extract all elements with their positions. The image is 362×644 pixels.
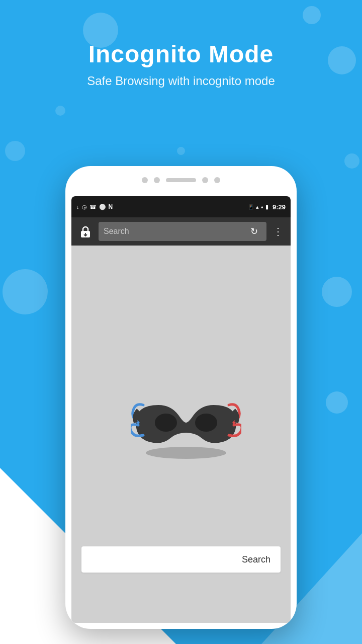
download-status-icon: ↓ (76, 204, 79, 210)
svg-point-13 (195, 414, 217, 432)
more-options-button[interactable]: ⋮ (270, 224, 286, 239)
svg-point-8 (177, 147, 185, 155)
search-bar[interactable]: Search ↻ (99, 222, 266, 241)
status-bar: ↓ ◶ ☎ ⚪ N 📱 ▴ ▴ (71, 196, 291, 217)
browser-search-label: Search (242, 554, 270, 565)
browser-search-button[interactable]: Search (81, 546, 281, 573)
status-bar-left: ↓ ◶ ☎ ⚪ N (76, 203, 113, 210)
svg-point-9 (55, 106, 65, 116)
browser-content: Search (71, 246, 291, 623)
svg-point-7 (344, 153, 359, 169)
phone-body: ↓ ◶ ☎ ⚪ N 📱 ▴ ▴ (65, 166, 297, 629)
refresh-button[interactable]: ↻ (246, 224, 261, 239)
refresh-icon: ↻ (250, 226, 258, 237)
nfc-status-icon: N (109, 203, 113, 210)
phone-sensor-center (154, 177, 160, 183)
image-status-icon: ◶ (82, 204, 87, 210)
phone-speaker (166, 178, 196, 182)
phone-sensor-right (214, 177, 220, 183)
svg-point-6 (5, 141, 25, 161)
status-time: 9:29 (273, 203, 286, 211)
phone-top-bar (65, 177, 297, 183)
mask-svg (131, 395, 241, 460)
usb-status-icon: ⚪ (99, 204, 106, 210)
svg-point-4 (322, 277, 352, 307)
phone-mockup: ↓ ◶ ☎ ⚪ N 📱 ▴ ▴ (65, 166, 297, 629)
phone-status-icon: ☎ (89, 204, 97, 210)
search-input-text: Search (104, 227, 129, 236)
svg-point-3 (3, 269, 48, 314)
battery-status-icon: ▮ (265, 204, 268, 210)
svg-point-12 (155, 414, 177, 432)
more-icon: ⋮ (273, 225, 284, 237)
phone-sensor-left (142, 177, 148, 183)
signal-status-icon: ▴ (261, 204, 263, 209)
status-bar-right: 📱 ▴ ▴ ▮ 9:29 (248, 203, 286, 211)
svg-point-1 (303, 6, 321, 24)
incognito-button[interactable] (76, 222, 95, 240)
phone-screen: ↓ ◶ ☎ ⚪ N 📱 ▴ ▴ (71, 196, 291, 623)
header-subtitle: Safe Browsing with incognito mode (0, 74, 362, 88)
wifi-status-icon: ▴ (256, 204, 259, 210)
incognito-mask-illustration (131, 395, 231, 455)
browser-toolbar: Search ↻ ⋮ (71, 217, 291, 246)
vibrate-status-icon: 📱 (248, 204, 254, 210)
svg-point-5 (326, 391, 348, 414)
svg-point-11 (146, 447, 226, 459)
header-section: Incognito Mode Safe Browsing with incogn… (0, 40, 362, 88)
header-title: Incognito Mode (0, 40, 362, 68)
lock-icon (78, 224, 93, 238)
phone-camera (202, 177, 208, 183)
